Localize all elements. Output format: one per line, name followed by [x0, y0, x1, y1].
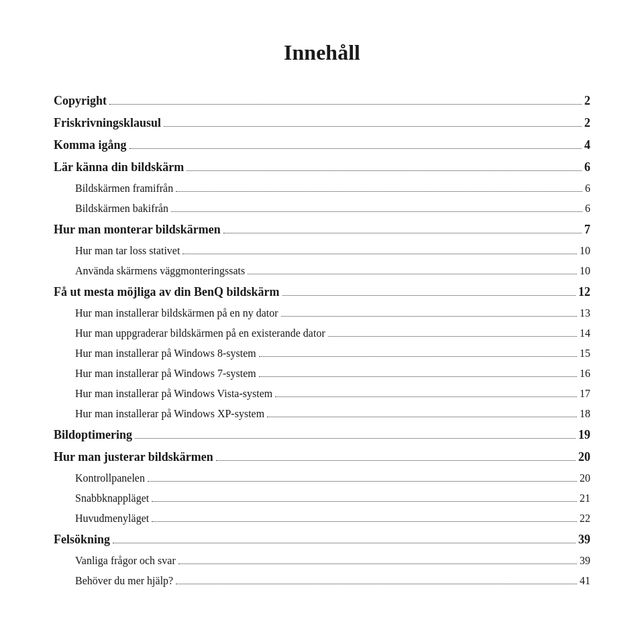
- toc-page-8: 10: [580, 263, 590, 279]
- toc-entry-11: Hur man uppgraderar bildskärmen på en ex…: [54, 325, 590, 341]
- toc-label-9: Få ut mesta möjliga av din BenQ bildskär…: [54, 283, 280, 301]
- toc-entry-1: Friskrivningsklausul2: [54, 114, 590, 132]
- toc-entry-13: Hur man installerar på Windows 7-system1…: [54, 366, 590, 382]
- toc-dots-19: [152, 501, 577, 502]
- toc-page-7: 10: [580, 243, 590, 259]
- toc-label-16: Bildoptimering: [54, 426, 132, 444]
- toc-entry-10: Hur man installerar bildskärmen på en ny…: [54, 305, 590, 321]
- toc-label-3: Lär känna din bildskärm: [54, 158, 184, 176]
- toc-dots-21: [113, 543, 576, 543]
- toc-dots-3: [186, 170, 582, 171]
- toc-dots-20: [152, 521, 577, 522]
- toc-entry-7: Hur man tar loss stativet10: [54, 243, 590, 259]
- toc-label-19: Snabbknappläget: [75, 490, 149, 506]
- toc-label-4: Bildskärmen framifrån: [75, 180, 173, 197]
- toc-page-6: 7: [584, 221, 590, 239]
- toc-dots-8: [248, 274, 577, 274]
- toc-page-20: 22: [580, 511, 590, 527]
- toc-page-2: 4: [584, 136, 590, 154]
- toc-dots-2: [129, 148, 582, 149]
- toc-label-0: Copyright: [54, 92, 107, 110]
- toc-page-1: 2: [584, 114, 590, 132]
- toc-dots-4: [176, 191, 582, 192]
- toc-label-17: Hur man justerar bildskärmen: [54, 448, 213, 466]
- toc-entry-5: Bildskärmen bakifrån6: [54, 201, 590, 217]
- toc-entry-4: Bildskärmen framifrån6: [54, 180, 590, 197]
- toc-entry-23: Behöver du mer hjälp?41: [54, 573, 590, 589]
- toc-dots-11: [328, 336, 577, 337]
- toc-label-14: Hur man installerar på Windows Vista-sys…: [75, 386, 272, 402]
- toc-dots-15: [267, 417, 577, 417]
- toc-page-23: 41: [580, 573, 590, 589]
- toc-entry-21: Felsökning39: [54, 531, 590, 549]
- toc-page-12: 15: [580, 345, 590, 362]
- toc-entry-0: Copyright2: [54, 92, 590, 110]
- toc-page-19: 21: [580, 490, 590, 506]
- toc-dots-6: [223, 233, 582, 233]
- toc-label-10: Hur man installerar bildskärmen på en ny…: [75, 305, 278, 321]
- toc-page-22: 39: [580, 553, 590, 569]
- toc-page-11: 14: [580, 325, 590, 341]
- toc-entry-17: Hur man justerar bildskärmen20: [54, 448, 590, 466]
- toc-label-22: Vanliga frågor och svar: [75, 553, 176, 569]
- toc-dots-16: [135, 438, 576, 439]
- toc-label-11: Hur man uppgraderar bildskärmen på en ex…: [75, 325, 325, 341]
- toc-dots-22: [178, 564, 577, 564]
- toc-label-18: Kontrollpanelen: [75, 470, 145, 486]
- toc-dots-17: [216, 460, 576, 461]
- toc-entry-6: Hur man monterar bildskärmen7: [54, 221, 590, 239]
- toc-container: Copyright2Friskrivningsklausul2Komma igå…: [54, 92, 590, 589]
- toc-label-7: Hur man tar loss stativet: [75, 243, 180, 259]
- toc-page-18: 20: [580, 470, 590, 486]
- toc-dots-13: [259, 376, 577, 377]
- toc-label-20: Huvudmenyläget: [75, 511, 149, 527]
- toc-entry-22: Vanliga frågor och svar39: [54, 553, 590, 569]
- toc-page-9: 12: [578, 283, 590, 301]
- toc-label-15: Hur man installerar på Windows XP-system: [75, 406, 264, 422]
- toc-label-21: Felsökning: [54, 531, 110, 549]
- toc-dots-12: [259, 356, 577, 357]
- toc-entry-16: Bildoptimering19: [54, 426, 590, 444]
- toc-entry-3: Lär känna din bildskärm6: [54, 158, 590, 176]
- toc-entry-2: Komma igång4: [54, 136, 590, 154]
- toc-dots-23: [176, 584, 577, 584]
- toc-entry-15: Hur man installerar på Windows XP-system…: [54, 406, 590, 422]
- toc-entry-19: Snabbknappläget21: [54, 490, 590, 506]
- toc-label-5: Bildskärmen bakifrån: [75, 201, 168, 217]
- toc-entry-9: Få ut mesta möjliga av din BenQ bildskär…: [54, 283, 590, 301]
- toc-page-10: 13: [580, 305, 590, 321]
- toc-label-1: Friskrivningsklausul: [54, 114, 161, 132]
- toc-dots-0: [109, 104, 582, 105]
- toc-page-15: 18: [580, 406, 590, 422]
- toc-label-6: Hur man monterar bildskärmen: [54, 221, 221, 239]
- toc-label-13: Hur man installerar på Windows 7-system: [75, 366, 256, 382]
- toc-page-5: 6: [585, 201, 590, 217]
- toc-label-8: Använda skärmens väggmonteringssats: [75, 263, 245, 279]
- toc-dots-14: [275, 396, 577, 397]
- toc-page-13: 16: [580, 366, 590, 382]
- toc-page-4: 6: [585, 180, 590, 197]
- toc-dots-18: [148, 481, 577, 482]
- toc-label-2: Komma igång: [54, 136, 127, 154]
- toc-page-0: 2: [584, 92, 590, 110]
- toc-page-3: 6: [584, 158, 590, 176]
- toc-entry-18: Kontrollpanelen20: [54, 470, 590, 486]
- toc-entry-12: Hur man installerar på Windows 8-system1…: [54, 345, 590, 362]
- toc-dots-5: [171, 211, 582, 212]
- toc-dots-1: [164, 126, 582, 127]
- page-title: Innehåll: [54, 40, 590, 65]
- toc-entry-14: Hur man installerar på Windows Vista-sys…: [54, 386, 590, 402]
- toc-entry-8: Använda skärmens väggmonteringssats10: [54, 263, 590, 279]
- toc-dots-9: [282, 295, 576, 296]
- toc-label-12: Hur man installerar på Windows 8-system: [75, 345, 256, 362]
- toc-page-16: 19: [578, 426, 590, 444]
- toc-page-21: 39: [578, 531, 590, 549]
- toc-dots-7: [182, 254, 577, 254]
- toc-entry-20: Huvudmenyläget22: [54, 511, 590, 527]
- toc-page-14: 17: [580, 386, 590, 402]
- toc-label-23: Behöver du mer hjälp?: [75, 573, 173, 589]
- toc-dots-10: [281, 316, 577, 317]
- toc-page-17: 20: [578, 448, 590, 466]
